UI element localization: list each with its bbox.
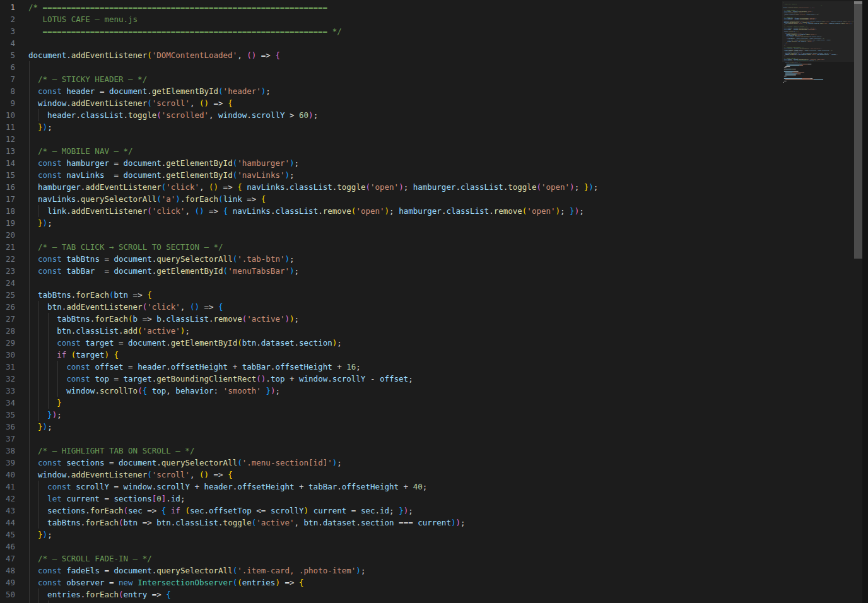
line-number[interactable]: 6 — [0, 61, 28, 73]
line-number[interactable]: 42 — [0, 493, 28, 505]
code-row[interactable]: 42 let current = sections[0].id; — [0, 493, 782, 505]
line-number[interactable]: 43 — [0, 505, 28, 517]
code-row[interactable]: 48 const fadeEls = document.querySelecto… — [0, 565, 782, 577]
code-line[interactable]: tabBtns.forEach(b => b.classList.remove(… — [28, 313, 299, 325]
code-line[interactable]: if (target) { — [28, 349, 119, 361]
code-row[interactable]: 31 const offset = header.offsetHeight + … — [0, 361, 782, 373]
code-line[interactable]: ========================================… — [28, 25, 342, 37]
code-row[interactable]: 15 const navLinks = document.getElementB… — [0, 169, 782, 181]
code-row[interactable]: 22 const tabBtns = document.querySelecto… — [0, 253, 782, 265]
line-number[interactable]: 37 — [0, 433, 28, 445]
code-row[interactable]: 17 navLinks.querySelectorAll('a').forEac… — [0, 193, 782, 205]
code-line[interactable]: /* =====================================… — [28, 1, 327, 13]
code-row[interactable]: 50 entries.forEach(entry => { — [0, 588, 782, 600]
line-number[interactable]: 9 — [0, 97, 28, 109]
code-line[interactable]: } — [28, 397, 62, 409]
code-row[interactable]: 40 window.addEventListener('scroll', () … — [0, 469, 782, 481]
line-number[interactable]: 14 — [0, 157, 28, 169]
code-row[interactable]: 44 tabBtns.forEach(btn => btn.classList.… — [0, 517, 782, 529]
code-line[interactable]: }); — [28, 529, 52, 541]
code-line[interactable]: window.addEventListener('scroll', () => … — [28, 97, 233, 109]
code-row[interactable]: 46 — [0, 541, 782, 553]
code-row[interactable]: 9 window.addEventListener('scroll', () =… — [0, 97, 782, 109]
code-line[interactable]: const top = target.getBoundingClientRect… — [28, 373, 413, 385]
code-row[interactable]: 32 const top = target.getBoundingClientR… — [0, 373, 782, 385]
code-row[interactable]: 47 /* — SCROLL FADE-IN — */ — [0, 553, 782, 565]
line-number[interactable]: 11 — [0, 121, 28, 133]
code-line[interactable]: }); — [28, 421, 52, 433]
code-line[interactable]: sections.forEach(sec => { if (sec.offset… — [28, 505, 413, 517]
code-area[interactable]: 1/* ====================================… — [0, 1, 782, 603]
code-row[interactable]: 34 } — [0, 397, 782, 409]
code-row[interactable]: 1/* ====================================… — [0, 1, 782, 13]
code-row[interactable]: 10 header.classList.toggle('scrolled', w… — [0, 109, 782, 121]
line-number[interactable]: 41 — [0, 481, 28, 493]
line-number[interactable]: 27 — [0, 313, 28, 325]
line-number[interactable]: 33 — [0, 385, 28, 397]
code-row[interactable]: 19 }); — [0, 217, 782, 229]
line-number[interactable]: 36 — [0, 421, 28, 433]
vertical-scrollbar[interactable] — [854, 0, 862, 603]
line-number[interactable]: 5 — [0, 49, 28, 61]
scrollbar-thumb[interactable] — [854, 1, 862, 259]
code-line[interactable]: /* — SCROLL FADE-IN — */ — [28, 553, 152, 565]
code-row[interactable]: 43 sections.forEach(sec => { if (sec.off… — [0, 505, 782, 517]
code-line[interactable]: btn.addEventListener('click', () => { — [28, 301, 223, 313]
code-row[interactable]: 38 /* — HIGHLIGHT TAB ON SCROLL — */ — [0, 445, 782, 457]
code-line[interactable]: /* — TAB CLICK → SCROLL TO SECTION — */ — [28, 241, 223, 253]
line-number[interactable]: 47 — [0, 553, 28, 565]
code-row[interactable]: 13 /* — MOBILE NAV — */ — [0, 145, 782, 157]
code-line[interactable]: const sections = document.querySelectorA… — [28, 457, 342, 469]
code-line[interactable]: /* — MOBILE NAV — */ — [28, 145, 133, 157]
code-line[interactable]: tabBtns.forEach(btn => { — [28, 289, 152, 301]
code-row[interactable]: 39 const sections = document.querySelect… — [0, 457, 782, 469]
code-row[interactable]: 29 const target = document.getElementByI… — [0, 337, 782, 349]
line-number[interactable]: 4 — [0, 37, 28, 49]
code-line[interactable]: let current = sections[0].id; — [28, 493, 185, 505]
code-row[interactable]: 30 if (target) { — [0, 349, 782, 361]
line-number[interactable]: 13 — [0, 145, 28, 157]
code-row[interactable] — [0, 600, 782, 603]
code-row[interactable]: 25 tabBtns.forEach(btn => { — [0, 289, 782, 301]
code-row[interactable]: 5document.addEventListener('DOMContentLo… — [0, 49, 782, 61]
line-number[interactable]: 2 — [0, 13, 28, 25]
code-row[interactable]: 11 }); — [0, 121, 782, 133]
line-number[interactable]: 28 — [0, 325, 28, 337]
code-line[interactable]: btn.classList.add('active'); — [28, 325, 190, 337]
code-row[interactable]: 28 btn.classList.add('active'); — [0, 325, 782, 337]
line-number[interactable]: 21 — [0, 241, 28, 253]
code-line[interactable]: window.scrollTo({ top, behavior: 'smooth… — [28, 385, 280, 397]
code-line[interactable]: /* — STICKY HEADER — */ — [28, 73, 147, 85]
code-row[interactable]: 35 }); — [0, 409, 782, 421]
line-number[interactable]: 48 — [0, 565, 28, 577]
code-editor[interactable]: 1/* ====================================… — [0, 0, 868, 603]
line-number[interactable]: 38 — [0, 445, 28, 457]
line-number[interactable]: 15 — [0, 169, 28, 181]
line-number[interactable]: 10 — [0, 109, 28, 121]
code-row[interactable]: 8 const header = document.getElementById… — [0, 85, 782, 97]
line-number[interactable]: 44 — [0, 517, 28, 529]
line-number[interactable]: 12 — [0, 133, 28, 145]
code-line[interactable]: tabBtns.forEach(btn => btn.classList.tog… — [28, 517, 466, 529]
minimap[interactable]: /* =====================================… — [782, 0, 854, 603]
line-number[interactable]: 32 — [0, 373, 28, 385]
line-number[interactable]: 46 — [0, 541, 28, 553]
code-row[interactable]: 18 link.addEventListener('click', () => … — [0, 205, 782, 217]
line-number[interactable]: 30 — [0, 349, 28, 361]
line-number[interactable]: 31 — [0, 361, 28, 373]
code-row[interactable]: 20 — [0, 229, 782, 241]
line-number[interactable]: 40 — [0, 469, 28, 481]
line-number[interactable]: 17 — [0, 193, 28, 205]
code-row[interactable]: 24 — [0, 277, 782, 289]
code-line[interactable]: const header = document.getElementById('… — [28, 85, 271, 97]
code-row[interactable]: 26 btn.addEventListener('click', () => { — [0, 301, 782, 313]
line-number[interactable]: 29 — [0, 337, 28, 349]
code-row[interactable]: 49 const observer = new IntersectionObse… — [0, 577, 782, 588]
line-number[interactable]: 45 — [0, 529, 28, 541]
code-line[interactable]: navLinks.querySelectorAll('a').forEach(l… — [28, 193, 266, 205]
code-line[interactable]: const target = document.getElementById(b… — [28, 337, 342, 349]
line-number[interactable]: 3 — [0, 25, 28, 37]
code-line[interactable]: LOTUS CAFE — menu.js — [28, 13, 138, 25]
line-number[interactable]: 23 — [0, 265, 28, 277]
line-number[interactable]: 50 — [0, 588, 28, 600]
